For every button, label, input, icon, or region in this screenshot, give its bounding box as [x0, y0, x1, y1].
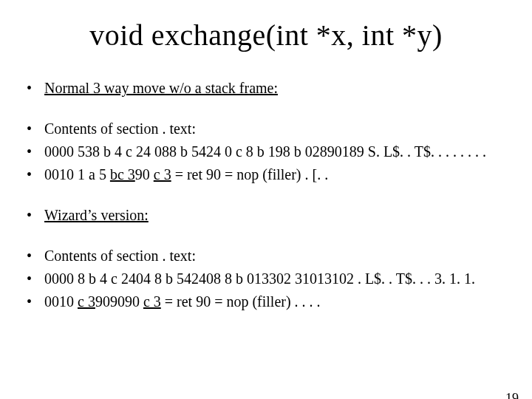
bullet-icon: •: [27, 247, 44, 265]
bullet-line: •0000 8 b 4 c 2404 8 b 542408 8 b 013302…: [27, 270, 505, 288]
bullet-text: Normal 3 way move w/o a stack frame:: [44, 79, 505, 98]
bullet-text: Contents of section . text:: [44, 120, 505, 138]
bullet-text: Contents of section . text:: [44, 247, 505, 265]
bullet-text: 0000 538 b 4 c 24 088 b 5424 0 c 8 b 198…: [44, 143, 505, 161]
bullet-group: •Wizard’s version:: [27, 206, 505, 225]
bullet-line: •0000 538 b 4 c 24 088 b 5424 0 c 8 b 19…: [27, 143, 505, 161]
bullet-line: •Normal 3 way move w/o a stack frame:: [27, 79, 505, 98]
bullet-icon: •: [27, 206, 44, 225]
bullet-text: 0010 1 a 5 bc 390 c 3 = ret 90 = nop (fi…: [44, 166, 505, 184]
slide-title: void exchange(int *x, int *y): [0, 18, 532, 52]
bullet-text: 0000 8 b 4 c 2404 8 b 542408 8 b 013302 …: [44, 270, 505, 288]
bullet-text: Wizard’s version:: [44, 206, 505, 225]
bullet-line: •Contents of section . text:: [27, 247, 505, 265]
bullet-icon: •: [27, 166, 44, 184]
bullet-text: 0010 c 3909090 c 3 = ret 90 = nop (fille…: [44, 293, 505, 311]
bullet-icon: •: [27, 270, 44, 288]
slide: void exchange(int *x, int *y) •Normal 3 …: [0, 18, 532, 399]
bullet-icon: •: [27, 293, 44, 311]
slide-body: •Normal 3 way move w/o a stack frame:•Co…: [0, 79, 532, 311]
bullet-icon: •: [27, 79, 44, 98]
bullet-line: •Contents of section . text:: [27, 120, 505, 138]
bullet-group: •Contents of section . text:•0000 538 b …: [27, 120, 505, 184]
bullet-icon: •: [27, 143, 44, 161]
bullet-line: •Wizard’s version:: [27, 206, 505, 225]
bullet-group: •Contents of section . text:•0000 8 b 4 …: [27, 247, 505, 311]
bullet-line: •0010 1 a 5 bc 390 c 3 = ret 90 = nop (f…: [27, 166, 505, 184]
bullet-icon: •: [27, 120, 44, 138]
bullet-line: •0010 c 3909090 c 3 = ret 90 = nop (fill…: [27, 293, 505, 311]
bullet-group: •Normal 3 way move w/o a stack frame:: [27, 79, 505, 98]
page-number: 19: [505, 391, 519, 399]
